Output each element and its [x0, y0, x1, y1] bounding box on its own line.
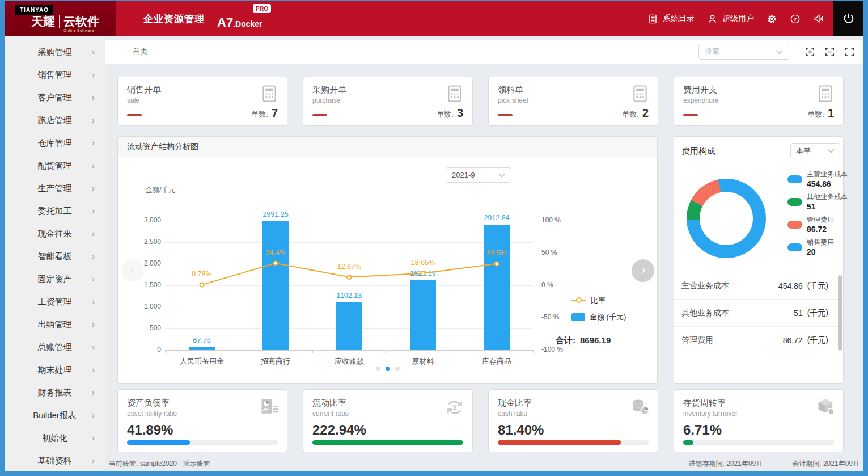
- stat-card-0[interactable]: 销售开单sale单数:7: [117, 77, 287, 126]
- line-point-label: 33.5%: [471, 249, 522, 257]
- expense-list: 主营业务成本454.86(千元)其他业务成本51(千元)管理费用86.72(千元…: [674, 272, 843, 353]
- sidebar-item-label: 跑店管理: [38, 115, 72, 126]
- ratio-card-subtitle: cash ratio: [498, 410, 649, 418]
- expense-row-label: 管理费用: [681, 335, 783, 346]
- header-menu-item-0[interactable]: 系统目录: [647, 14, 695, 24]
- main-area: 首页 搜索 销售开单sale单数:7采购开单purchase单数:3领料单pic…: [105, 36, 863, 471]
- scrollbar-thumb[interactable]: [838, 275, 842, 351]
- sidebar-item-15[interactable]: 财务报表›: [5, 381, 105, 404]
- sidebar-item-12[interactable]: 出纳管理›: [5, 313, 105, 336]
- stat-card-1[interactable]: 采购开单purchase单数:3: [303, 77, 473, 126]
- sidebar-item-0[interactable]: 采购管理›: [5, 41, 105, 64]
- x-axis-tick: [533, 350, 534, 353]
- zoom-out-frame-icon[interactable]: [825, 47, 835, 57]
- tab-home[interactable]: 首页: [132, 47, 148, 57]
- progress-bar: [312, 440, 463, 445]
- zoom-in-frame-icon[interactable]: [805, 47, 815, 57]
- donut-legend-item-1[interactable]: 其他业务成本51: [787, 192, 848, 211]
- chevron-right-icon: ›: [92, 207, 95, 216]
- sidebar-item-17[interactable]: 初始化›: [5, 427, 105, 449]
- count-label: 单数:: [437, 110, 454, 119]
- current-assets-chart-panel: 流动资产结构分析图 2021-9 金额/千元 3,0002,5002,0001,…: [117, 136, 658, 384]
- donut-legend-item-0[interactable]: 主营业务成本454.86: [787, 170, 848, 188]
- sidebar-item-label: 客户管理: [38, 92, 72, 103]
- secondary-axis-tick: 50 %: [541, 248, 557, 256]
- sidebar-item-8[interactable]: 现金往来›: [5, 222, 105, 245]
- expense-row-value: 454.86: [778, 281, 803, 290]
- sidebar-item-7[interactable]: 委托加工›: [5, 200, 105, 222]
- bar-value-label: 2991.25: [250, 210, 301, 218]
- ratio-card-value: 6.71%: [683, 422, 834, 438]
- ratio-card-title: 流动比率: [312, 398, 463, 408]
- ratio-card-2[interactable]: 现金比率cash ratio81.40%: [488, 389, 658, 452]
- fullscreen-icon[interactable]: [845, 47, 854, 57]
- donut-legend-item-3[interactable]: 销售费用20: [787, 238, 848, 256]
- calculator-icon: [630, 84, 650, 105]
- count-value: 3: [457, 107, 463, 119]
- ratio-card-value: 81.40%: [498, 422, 649, 438]
- sidebar-item-3[interactable]: 跑店管理›: [5, 109, 105, 132]
- donut-legend-item-2[interactable]: 管理费用86.72: [787, 215, 848, 234]
- ratio-card-1[interactable]: 流动比率current ratio¥222.94%: [303, 389, 473, 452]
- sidebar-item-label: 期末处理: [38, 365, 72, 376]
- y-axis-tick: 500: [128, 324, 161, 332]
- top-header: TIANYAO 天耀 云软件 Online Software 企业资源管理 A7…: [5, 1, 863, 36]
- header-menu-item-4[interactable]: [813, 13, 824, 24]
- header-menu-item-2[interactable]: [767, 14, 777, 24]
- sidebar-item-2[interactable]: 客户管理›: [5, 86, 105, 109]
- stat-card-title: 销售开单: [127, 85, 278, 95]
- svg-text:¥: ¥: [452, 403, 457, 412]
- sidebar-item-4[interactable]: 仓库管理›: [5, 132, 105, 154]
- search-placeholder: 搜索: [705, 47, 776, 57]
- sidebar-item-10[interactable]: 固定资产›: [5, 268, 105, 290]
- expense-row-unit: (千元): [807, 335, 828, 346]
- stat-card-subtitle: expenditure: [683, 96, 834, 104]
- sidebar-item-label: 仓库管理: [38, 138, 72, 149]
- sidebar-item-16[interactable]: Builder报表›: [5, 404, 105, 427]
- chart-period-select[interactable]: 2021-9: [446, 167, 511, 183]
- inventory-period: 进销存期间: 2021年09月: [689, 459, 763, 469]
- stat-card-count: 单数:1: [807, 107, 834, 120]
- expense-period-select[interactable]: 本季: [790, 143, 840, 158]
- chevron-right-icon: ›: [92, 297, 95, 306]
- sidebar-item-13[interactable]: 总账管理›: [5, 336, 105, 359]
- expense-row-1: 其他业务成本51(千元): [674, 299, 843, 326]
- sidebar-item-14[interactable]: 期末处理›: [5, 359, 105, 381]
- expense-row-0: 主营业务成本454.86(千元): [674, 272, 843, 299]
- header-menu-item-3[interactable]: ?: [790, 14, 801, 24]
- sidebar-item-5[interactable]: 配货管理›: [5, 154, 105, 177]
- sidebar-item-18[interactable]: 基础资料›: [5, 449, 105, 471]
- carousel-dot[interactable]: [376, 367, 380, 371]
- brand-secondary: 云软件: [63, 15, 99, 28]
- ratio-card-0[interactable]: 资产负债率asset libility ratio41.89%: [117, 389, 287, 452]
- carousel-dot-active[interactable]: [386, 367, 390, 371]
- stat-card-3[interactable]: 费用开支expenditure单数:1: [674, 77, 844, 126]
- expense-row-value: 51: [794, 309, 803, 318]
- chevron-right-icon: ›: [92, 184, 95, 193]
- sidebar-item-1[interactable]: 销售管理›: [5, 64, 105, 86]
- carousel-prev-button[interactable]: [121, 259, 144, 282]
- carousel-next-button[interactable]: [632, 259, 654, 282]
- accent-dash: [498, 114, 513, 116]
- stat-card-2[interactable]: 领料单pick sheet单数:2: [488, 77, 658, 126]
- chevron-right-icon: ›: [92, 411, 95, 420]
- sidebar-item-11[interactable]: 工资管理›: [5, 290, 105, 313]
- header-menu-item-1[interactable]: 超级用户: [707, 14, 754, 24]
- ratio-card-3[interactable]: 存货周转率inventory turnover6.71%: [674, 389, 844, 452]
- chevron-right-icon: ›: [92, 229, 95, 238]
- stat-card-title: 领料单: [498, 85, 649, 95]
- legend-swatch: [787, 221, 802, 229]
- accent-dash: [683, 114, 698, 116]
- legend-label: 金额 (千元): [590, 312, 626, 322]
- sidebar-item-label: 固定资产: [38, 274, 72, 285]
- brand-divider: [59, 15, 60, 28]
- legend-item-1[interactable]: 金额 (千元): [571, 312, 626, 322]
- sidebar-item-9[interactable]: 智能看板›: [5, 245, 105, 268]
- expense-panel: 费用构成 本季 主营业务成本454.86其他业务成本51管理费用86.72销售费…: [674, 136, 844, 384]
- carousel-dot[interactable]: [395, 367, 400, 371]
- legend-item-0[interactable]: 比率: [571, 296, 626, 306]
- logout-button[interactable]: [833, 1, 863, 36]
- sidebar-item-6[interactable]: 生产管理›: [5, 177, 105, 200]
- search-input[interactable]: 搜索: [698, 44, 789, 60]
- help-icon: ?: [790, 14, 801, 24]
